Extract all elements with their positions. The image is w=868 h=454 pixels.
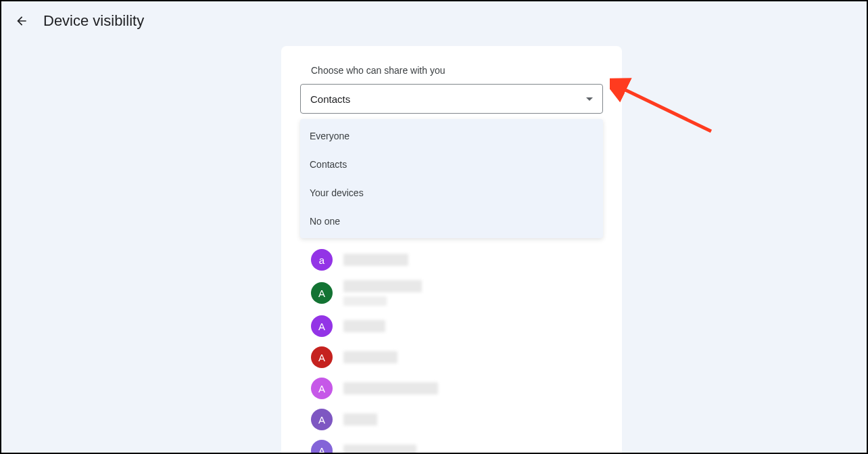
contact-list: aAAAAAA: [281, 238, 622, 454]
page-title: Device visibility: [43, 12, 144, 30]
annotation-arrow: [610, 77, 718, 141]
dropdown-option-everyone[interactable]: Everyone: [300, 122, 603, 150]
visibility-select-value: Contacts: [310, 93, 350, 105]
dropdown-option-your-devices[interactable]: Your devices: [300, 179, 603, 207]
visibility-select[interactable]: Contacts: [300, 84, 603, 114]
contact-name-redacted: [343, 382, 438, 394]
contact-row[interactable]: A: [311, 409, 592, 430]
contact-name-redacted: [343, 413, 377, 426]
contact-name-redacted: [343, 254, 408, 266]
avatar: A: [311, 378, 333, 399]
contact-name-redacted: [343, 351, 397, 363]
header: Device visibility: [1, 1, 867, 41]
settings-card: Choose who can share with you Contacts E…: [281, 46, 622, 454]
contact-name-redacted: [343, 320, 385, 332]
chevron-down-icon: [586, 97, 593, 101]
dropdown-option-contacts[interactable]: Contacts: [300, 150, 603, 179]
contact-name-redacted: [343, 280, 422, 306]
share-label: Choose who can share with you: [281, 65, 622, 84]
avatar: A: [311, 409, 333, 430]
contact-row[interactable]: A: [311, 280, 592, 306]
contact-row[interactable]: A: [311, 315, 592, 337]
dropdown-option-no-one[interactable]: No one: [300, 207, 603, 235]
avatar: A: [311, 440, 333, 454]
avatar: A: [311, 315, 333, 337]
visibility-dropdown-menu: Everyone Contacts Your devices No one: [300, 119, 603, 238]
avatar: a: [311, 249, 333, 271]
contact-row[interactable]: a: [311, 249, 592, 271]
contact-row[interactable]: A: [311, 378, 592, 399]
contact-row[interactable]: A: [311, 440, 592, 454]
back-icon[interactable]: [14, 13, 30, 29]
contact-row[interactable]: A: [311, 346, 592, 368]
avatar: A: [311, 346, 333, 368]
contact-name-redacted: [343, 445, 416, 454]
avatar: A: [311, 282, 333, 304]
svg-line-1: [620, 87, 711, 131]
